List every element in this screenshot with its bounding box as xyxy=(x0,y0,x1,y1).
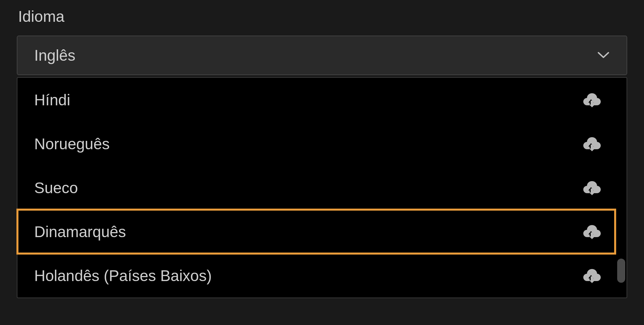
cloud-download-icon xyxy=(582,91,602,109)
cloud-download-icon xyxy=(582,223,602,240)
cloud-download-icon xyxy=(582,135,602,153)
language-option-label: Sueco xyxy=(34,179,78,197)
scrollbar-track[interactable] xyxy=(617,79,625,296)
language-option-label: Holandês (Países Baixos) xyxy=(34,267,212,285)
language-option-label: Norueguês xyxy=(34,135,110,153)
language-section-label: Idioma xyxy=(18,7,627,25)
chevron-down-icon xyxy=(597,51,610,60)
language-option-norwegian[interactable]: Norueguês xyxy=(17,122,615,166)
language-dropdown-selected-text: Inglês xyxy=(34,46,75,64)
cloud-download-icon xyxy=(582,267,602,284)
language-option-hindi[interactable]: Híndi xyxy=(17,78,615,122)
cloud-download-icon xyxy=(582,179,602,197)
language-option-label: Dinamarquês xyxy=(34,223,126,241)
language-option-swedish[interactable]: Sueco xyxy=(17,166,615,210)
language-option-danish[interactable]: Dinamarquês xyxy=(17,210,615,254)
scrollbar-thumb[interactable] xyxy=(617,259,625,283)
language-dropdown-selected[interactable]: Inglês xyxy=(17,36,627,75)
language-option-dutch[interactable]: Holandês (Países Baixos) xyxy=(17,254,615,297)
language-option-label: Híndi xyxy=(34,91,70,109)
language-dropdown-list: Híndi Norueguês Sueco Dinamarquês xyxy=(17,77,627,298)
